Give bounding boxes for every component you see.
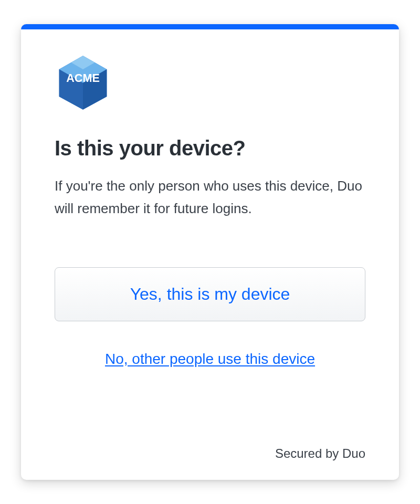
page-title: Is this your device?: [55, 136, 365, 160]
card-body: ACME Is this your device? If you're the …: [21, 29, 399, 480]
accent-bar: [21, 24, 399, 29]
no-shared-device-link[interactable]: No, other people use this device: [105, 351, 315, 368]
auth-card: ACME Is this your device? If you're the …: [21, 24, 399, 480]
secondary-action-row: No, other people use this device: [55, 351, 365, 368]
yes-my-device-button[interactable]: Yes, this is my device: [55, 267, 365, 321]
page-description: If you're the only person who uses this …: [55, 175, 365, 220]
acme-logo-icon: ACME: [55, 55, 111, 111]
footer-secured-by: Secured by Duo: [55, 446, 365, 461]
logo-text: ACME: [66, 71, 100, 85]
logo-container: ACME: [55, 55, 365, 111]
